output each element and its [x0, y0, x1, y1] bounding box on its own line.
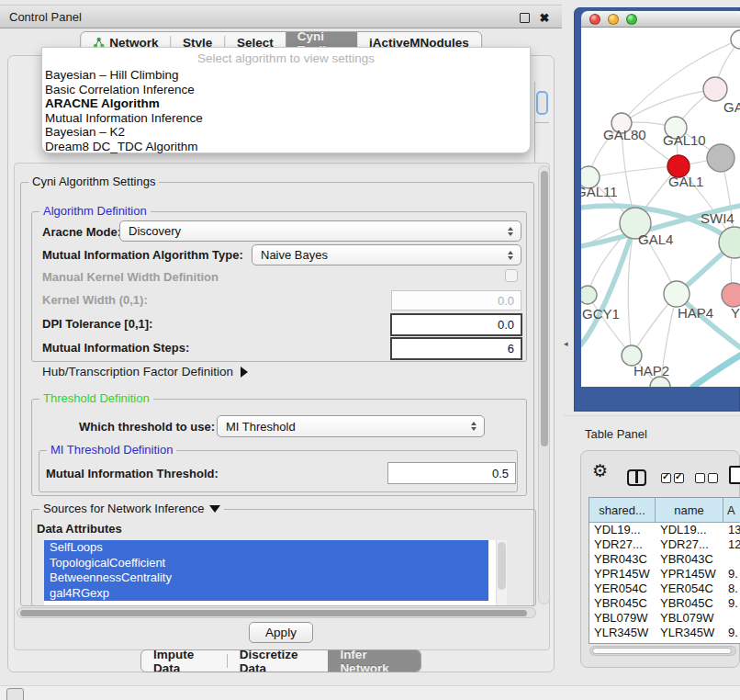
- attribute-item[interactable]: SelfLoops: [44, 540, 488, 556]
- settings-hscrollbar-thumb[interactable]: [20, 610, 527, 616]
- attribute-item[interactable]: gal4RGexp: [44, 586, 488, 602]
- table-cell: YBR043C: [589, 552, 656, 567]
- splitter-collapse-icon[interactable]: ◂: [564, 339, 568, 348]
- network-node[interactable]: [707, 144, 734, 172]
- algorithm-option[interactable]: Bayesian – K2: [42, 125, 530, 140]
- table-row[interactable]: YBR043CYBR043C: [589, 552, 740, 567]
- expand-arrow-icon: [241, 367, 248, 378]
- table-cell: YLR345W: [589, 626, 656, 640]
- split-columns-icon[interactable]: [627, 469, 646, 486]
- algorithm-option[interactable]: Mutual Information Inference: [42, 111, 530, 126]
- mi-steps-label: Mutual Information Steps:: [42, 341, 189, 355]
- table-row[interactable]: YPR145WYPR145W9.: [589, 567, 740, 581]
- close-icon[interactable]: ✖: [538, 11, 551, 24]
- network-canvas[interactable]: GALGAL80GAL10GAL1GAL11SWI4GAL4GCY1HAP4YH…: [581, 28, 740, 387]
- table-hscrollbar-thumb[interactable]: [592, 648, 732, 654]
- dropdown-prompt: Select algorithm to view settings: [42, 51, 530, 68]
- network-node[interactable]: [731, 30, 740, 49]
- gear-icon[interactable]: ⚙: [592, 460, 608, 481]
- table-row[interactable]: YDL19...YDL19...13: [589, 523, 740, 537]
- mi-threshold-field[interactable]: 0.5: [387, 462, 516, 484]
- node-label: GAL10: [663, 132, 706, 148]
- checked-boxes-icon[interactable]: [661, 473, 684, 483]
- which-threshold-value: MI Threshold: [226, 420, 296, 434]
- table-row[interactable]: YBL079WYBL079W: [589, 611, 740, 626]
- network-node[interactable]: [722, 283, 740, 307]
- mi-type-label: Mutual Information Algorithm Type:: [42, 248, 243, 262]
- attributes-scrollbar-thumb[interactable]: [498, 542, 506, 590]
- attributes-scrollbar: [496, 540, 507, 605]
- close-button[interactable]: [589, 14, 600, 25]
- sources-title: Sources for Network Inference: [43, 502, 205, 515]
- which-threshold-label: Which threshold to use:: [79, 420, 215, 434]
- attribute-item[interactable]: BetweennessCentrality: [44, 570, 488, 586]
- network-node[interactable]: [703, 77, 727, 101]
- tab-discretize-data[interactable]: Discretize Data: [228, 650, 329, 672]
- kernel-width-label: Kernel Width (0,1):: [42, 293, 148, 307]
- hub-definition-label: Hub/Transcription Factor Definition: [42, 365, 233, 378]
- node-table: shared...nameA YDL19...YDL19...13YDR27..…: [589, 497, 740, 644]
- algorithm-option[interactable]: Basic Correlation Inference: [42, 83, 530, 97]
- table-panel-title: Table Panel: [585, 427, 647, 441]
- table-row[interactable]: YBR045CYBR045C9.: [589, 596, 740, 611]
- kernel-width-field[interactable]: 0.0: [391, 290, 521, 310]
- dpi-tolerance-field[interactable]: 0.0: [390, 313, 522, 336]
- algorithm-option[interactable]: Dream8 DC_TDC Algorithm: [42, 140, 530, 154]
- table-row[interactable]: YLR345WYLR345W9.: [589, 626, 740, 640]
- table-row[interactable]: YIL052CYIL052C9: [589, 640, 740, 644]
- unchecked-boxes-icon[interactable]: [695, 473, 718, 483]
- settings-vscrollbar-thumb[interactable]: [541, 171, 548, 446]
- minimized-panel-icon[interactable]: [6, 688, 24, 700]
- column-header[interactable]: name: [656, 498, 723, 522]
- settings-hscrollbar: [17, 607, 536, 618]
- mi-steps-field[interactable]: 6: [390, 337, 522, 360]
- node-label: GAL80: [603, 127, 646, 142]
- data-attributes-label: Data Attributes: [37, 522, 122, 536]
- collapse-arrow-icon: [209, 505, 220, 513]
- screen: Control Panel ✖ NetworkStyleSelectCyni T…: [0, 0, 740, 700]
- focused-spinner-fragment[interactable]: [536, 91, 548, 115]
- node-label: GCY1: [582, 306, 620, 322]
- node-label: GAL: [723, 99, 740, 115]
- column-header[interactable]: shared...: [589, 498, 656, 522]
- table-cell: 9.: [723, 626, 740, 640]
- table-cell: YBR045C: [589, 596, 656, 611]
- network-edge[interactable]: [589, 166, 678, 177]
- network-edge[interactable]: [622, 89, 715, 123]
- table-cell: YBR043C: [656, 552, 723, 567]
- apply-button[interactable]: Apply: [249, 622, 313, 643]
- table-cell: 8.: [723, 581, 740, 596]
- node-label: GAL1: [668, 174, 703, 189]
- tab-infer-network[interactable]: Infer Network: [328, 650, 420, 672]
- network-node[interactable]: [581, 286, 597, 304]
- tab-label: Impute Data: [153, 649, 215, 672]
- hub-definition-toggle[interactable]: Hub/Transcription Factor Definition: [42, 365, 248, 378]
- document-icon[interactable]: [729, 466, 740, 484]
- algorithm-definition-title: Algorithm Definition: [39, 204, 151, 218]
- hidden-panel-border: [534, 122, 549, 123]
- which-threshold-select[interactable]: MI Threshold: [217, 415, 485, 437]
- algorithm-option[interactable]: ARACNE Algorithm: [42, 96, 530, 111]
- node-label: HAP4: [678, 305, 713, 321]
- tab-impute-data[interactable]: Impute Data: [141, 650, 227, 672]
- aracne-mode-select[interactable]: Discovery: [119, 220, 521, 242]
- sources-title-row[interactable]: Sources for Network Inference: [39, 502, 224, 515]
- table-row[interactable]: YER054CYER054C8.: [589, 581, 740, 596]
- algorithm-option[interactable]: Bayesian – Hill Climbing: [42, 68, 530, 83]
- table-row[interactable]: YDR27...YDR27...12: [589, 537, 740, 552]
- control-panel-titlebar: Control Panel ✖: [0, 5, 562, 28]
- float-window-icon[interactable]: [518, 11, 531, 24]
- network-node[interactable]: [664, 281, 690, 307]
- table-hscrollbar: [589, 646, 736, 656]
- node-label: HAP2: [633, 363, 669, 378]
- manual-kernel-checkbox[interactable]: [505, 269, 518, 282]
- network-edge[interactable]: [693, 356, 740, 387]
- attribute-item[interactable]: TopologicalCoefficient: [44, 556, 488, 571]
- minimize-button[interactable]: [608, 14, 619, 25]
- zoom-button[interactable]: [626, 14, 637, 25]
- node-label: GAL11: [581, 184, 618, 199]
- table-cell: YDL19...: [589, 523, 656, 537]
- column-header[interactable]: A: [723, 498, 740, 522]
- mi-type-select[interactable]: Naive Bayes: [252, 244, 521, 265]
- table-panel: ⚙ shared...nameA YDL19...YDL19...13YDR27…: [580, 450, 740, 668]
